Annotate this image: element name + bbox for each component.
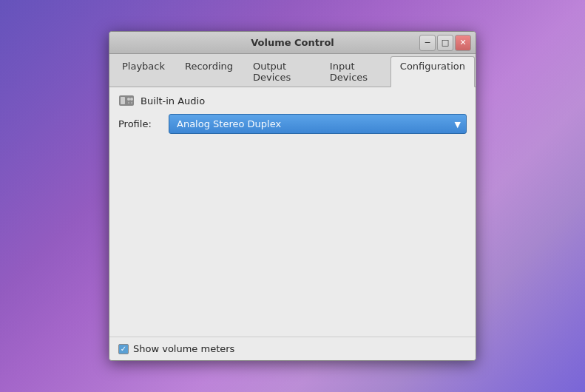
profile-select[interactable]: Analog Stereo Duplex ▼ [169,114,467,134]
tab-playback[interactable]: Playback [112,56,175,87]
show-volume-meters-checkbox[interactable]: ✓ Show volume meters [118,343,234,354]
titlebar-controls: − □ ✕ [419,35,471,51]
device-row: Built-in Audio [118,95,467,107]
tab-configuration[interactable]: Configuration [390,56,475,87]
empty-area [118,137,467,329]
audio-card-icon [118,95,135,107]
minimize-button[interactable]: − [419,35,436,51]
tab-recording[interactable]: Recording [175,56,243,87]
svg-rect-1 [121,97,125,104]
titlebar: Volume Control − □ ✕ [109,32,476,54]
profile-select-box[interactable]: Analog Stereo Duplex ▼ [169,114,467,134]
tab-bar: Playback Recording Output Devices Input … [109,54,476,87]
svg-point-4 [128,102,129,104]
dropdown-arrow-icon: ▼ [455,119,461,129]
profile-row: Profile: Analog Stereo Duplex ▼ [118,114,467,134]
svg-point-5 [131,102,132,104]
checkbox-indicator: ✓ [118,344,129,354]
close-button[interactable]: ✕ [455,35,471,51]
checkbox-label: Show volume meters [133,343,234,354]
bottom-bar: ✓ Show volume meters [109,337,476,360]
main-content: Built-in Audio Profile: Analog Stereo Du… [109,87,476,337]
volume-control-window: Volume Control − □ ✕ Playback Recording … [109,31,476,361]
tab-output-devices[interactable]: Output Devices [243,56,319,87]
checkbox-check-icon: ✓ [121,345,126,353]
svg-point-2 [127,98,130,101]
window-title: Volume Control [166,37,419,48]
tab-input-devices[interactable]: Input Devices [320,56,390,87]
maximize-button[interactable]: □ [437,35,453,51]
profile-select-value: Analog Stereo Duplex [177,118,281,129]
profile-label: Profile: [118,118,163,129]
svg-point-3 [130,98,133,101]
device-name: Built-in Audio [141,95,205,107]
